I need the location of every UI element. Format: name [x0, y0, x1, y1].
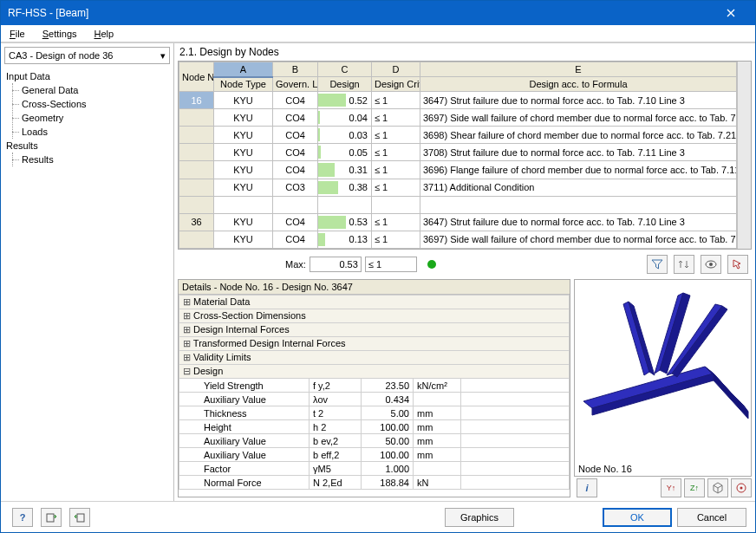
tree-cross-sections[interactable]: Cross-Sections	[6, 97, 168, 111]
cell-type[interactable]: KYU	[214, 231, 273, 248]
details-section[interactable]: Transformed Design Internal Forces	[179, 337, 570, 351]
row-head[interactable]: 16	[179, 92, 214, 109]
details-section-design[interactable]: Design	[179, 365, 570, 379]
cell-formula[interactable]: 3708) Strut failure due to normal force …	[420, 144, 737, 161]
cell-criterion[interactable]: ≤ 1	[372, 179, 420, 196]
row-head[interactable]	[179, 179, 214, 196]
row-head[interactable]	[179, 144, 214, 161]
details-section[interactable]: Material Data	[179, 296, 570, 309]
cell-type[interactable]: KYU	[214, 179, 273, 196]
row-head[interactable]	[179, 196, 214, 213]
filter-button[interactable]	[647, 255, 668, 274]
export-button[interactable]	[41, 508, 62, 527]
details-section[interactable]: Design Internal Forces	[179, 323, 570, 337]
col-letter-b[interactable]: B	[273, 62, 318, 77]
col-formula[interactable]: Design acc. to Formula	[420, 77, 737, 92]
cell-type[interactable]: KYU	[214, 92, 273, 109]
cell-type[interactable]: KYU	[214, 109, 273, 127]
col-govern-lc[interactable]: Govern. LC	[273, 77, 318, 92]
viewer-canvas[interactable]: Node No. 16	[574, 279, 752, 477]
ok-button[interactable]: OK	[603, 508, 672, 527]
col-design[interactable]: Design	[318, 77, 372, 92]
cancel-button[interactable]: Cancel	[677, 508, 746, 527]
cell-design[interactable]: 0.13	[318, 231, 372, 248]
view-iso-button[interactable]	[707, 478, 728, 497]
cell-lc[interactable]: CO3	[273, 179, 318, 196]
col-node-type[interactable]: Node Type	[214, 77, 273, 92]
cell-formula[interactable]: 3698) Shear failure of chord member due …	[420, 127, 737, 144]
col-letter-c[interactable]: C	[318, 62, 372, 77]
show-button[interactable]	[701, 255, 721, 274]
pick-button[interactable]	[727, 255, 748, 274]
help-button[interactable]: ?	[12, 508, 33, 527]
cell-criterion[interactable]: ≤ 1	[372, 213, 420, 231]
menu-file[interactable]: File	[4, 27, 30, 41]
cell-lc[interactable]	[273, 196, 318, 213]
view-z-button[interactable]: Z↑	[684, 478, 705, 497]
cell-criterion[interactable]: ≤ 1	[372, 231, 420, 248]
cell-design[interactable]	[318, 196, 372, 213]
view-y-button[interactable]: Y↑	[661, 478, 681, 497]
col-letter-d[interactable]: D	[372, 62, 420, 77]
view-print-button[interactable]	[731, 478, 752, 497]
col-criterion[interactable]: Design Criterion	[372, 77, 420, 92]
import-button[interactable]	[69, 508, 90, 527]
cell-design[interactable]: 0.05	[318, 144, 372, 161]
grid-scrollbar[interactable]	[737, 62, 751, 249]
tree-input-data[interactable]: Input Data	[6, 69, 168, 83]
col-letter-e[interactable]: E	[420, 62, 737, 77]
cell-formula[interactable]: 3647) Strut failure due to normal force …	[420, 92, 737, 109]
cell-design[interactable]: 0.53	[318, 213, 372, 231]
cell-formula[interactable]: 3647) Strut failure due to normal force …	[420, 213, 737, 231]
cell-formula[interactable]: 3696) Flange failure of chord member due…	[420, 161, 737, 179]
tree-results-child[interactable]: Results	[6, 153, 168, 166]
menu-settings[interactable]: Settings	[37, 27, 82, 41]
cell-design[interactable]: 0.31	[318, 161, 372, 179]
cell-design[interactable]: 0.38	[318, 179, 372, 196]
cell-formula[interactable]	[420, 196, 737, 213]
info-button[interactable]: i	[577, 478, 597, 497]
details-table[interactable]: Material DataCross-Section DimensionsDes…	[179, 295, 570, 490]
cell-type[interactable]: KYU	[214, 213, 273, 231]
cell-formula[interactable]: 3711) Additional Condition	[420, 179, 737, 196]
tree-loads[interactable]: Loads	[6, 125, 168, 139]
cell-lc[interactable]: CO4	[273, 109, 318, 127]
col-letter-a[interactable]: A	[214, 62, 273, 77]
cell-design[interactable]: 0.04	[318, 109, 372, 127]
graphics-button[interactable]: Graphics	[445, 508, 514, 527]
row-head[interactable]	[179, 127, 214, 144]
cell-criterion[interactable]: ≤ 1	[372, 109, 420, 127]
max-value-input[interactable]	[310, 257, 362, 272]
cell-criterion[interactable]: ≤ 1	[372, 144, 420, 161]
cell-criterion[interactable]	[372, 196, 420, 213]
row-head[interactable]	[179, 109, 214, 127]
cell-formula[interactable]: 3697) Side wall failure of chord member …	[420, 231, 737, 248]
details-section[interactable]: Cross-Section Dimensions	[179, 309, 570, 323]
menu-help[interactable]: Help	[89, 27, 120, 41]
cell-lc[interactable]: CO4	[273, 144, 318, 161]
tree-general-data[interactable]: General Data	[6, 83, 168, 97]
col-node-no[interactable]: Node No.	[179, 62, 214, 92]
cell-criterion[interactable]: ≤ 1	[372, 161, 420, 179]
row-head[interactable]	[179, 231, 214, 248]
cell-type[interactable]: KYU	[214, 144, 273, 161]
cell-lc[interactable]: CO4	[273, 231, 318, 248]
row-head[interactable]	[179, 161, 214, 179]
results-grid[interactable]: Node No. A B C D E Node Type Govern. LC …	[179, 62, 737, 249]
cell-lc[interactable]: CO4	[273, 92, 318, 109]
case-select[interactable]: CA3 - Design of node 36 ▾	[4, 47, 170, 64]
cell-type[interactable]: KYU	[214, 161, 273, 179]
row-head[interactable]: 36	[179, 213, 214, 231]
cell-lc[interactable]: CO4	[273, 161, 318, 179]
close-button[interactable]	[714, 4, 748, 22]
cell-type[interactable]: KYU	[214, 127, 273, 144]
cell-lc[interactable]: CO4	[273, 127, 318, 144]
cell-lc[interactable]: CO4	[273, 213, 318, 231]
cell-criterion[interactable]: ≤ 1	[372, 92, 420, 109]
cell-type[interactable]	[214, 196, 273, 213]
cell-design[interactable]: 0.52	[318, 92, 372, 109]
cell-criterion[interactable]: ≤ 1	[372, 127, 420, 144]
tree-geometry[interactable]: Geometry	[6, 111, 168, 125]
sort-button[interactable]	[674, 255, 694, 274]
details-section[interactable]: Validity Limits	[179, 351, 570, 365]
